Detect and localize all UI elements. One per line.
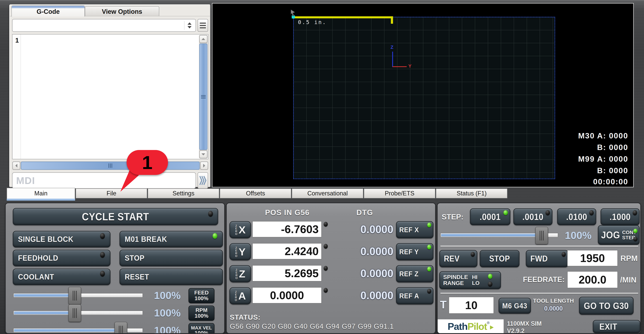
ref-a-button[interactable]: REF A <box>396 287 434 305</box>
exit-label: EXIT <box>600 322 617 332</box>
ref-x-button[interactable]: REF X <box>396 221 434 238</box>
tool-t-label: T <box>440 299 446 311</box>
ref-z-button[interactable]: REF Z <box>396 265 434 282</box>
dtg-a-value: 0.0000 <box>334 289 393 302</box>
step-0010-button[interactable]: .0010 <box>514 208 552 225</box>
tool-number-field[interactable]: 10 <box>449 297 494 314</box>
step-0001-button[interactable]: .0001 <box>470 208 510 225</box>
step-1000-button[interactable]: .1000 <box>600 208 640 225</box>
go-to-g30-label: GO TO G30 <box>584 301 629 311</box>
jog-spindle-panel: STEP: .0001 .0010 .0100 .1000 100% JOG C… <box>437 203 641 334</box>
tab-probe-ets[interactable]: Probe/ETS <box>364 189 435 198</box>
gcode-menu-button[interactable] <box>198 19 208 32</box>
jog-cont-step-button[interactable]: JOG CONT STEP <box>598 225 640 245</box>
single-block-button[interactable]: SINGLE BLOCK <box>13 231 110 247</box>
combo-spinner-up-icon[interactable] <box>188 22 192 25</box>
tool-length-label: TOOL LENGTH <box>532 298 575 304</box>
spindle-lo-label: LO <box>472 280 480 286</box>
tab-file-label: File <box>106 190 116 197</box>
pathpilot-screen: { "colors": { "accent_blue": "#7da1d8", … <box>0 0 644 334</box>
spindle-range-button[interactable]: SPINDLE RANGE HI LO <box>439 271 501 289</box>
spindle-range-labels: SPINDLE RANGE <box>443 274 468 286</box>
dro-y-field[interactable]: 2.4240 <box>252 243 322 259</box>
dro-z-field[interactable]: 5.2695 <box>252 265 322 281</box>
rpm-100-button[interactable]: RPM 100% <box>188 306 214 321</box>
maxvel-override-thumb[interactable] <box>114 322 127 334</box>
gcode-editor[interactable]: 1 <box>12 34 208 159</box>
coolant-button[interactable]: COOLANT <box>13 269 110 285</box>
spindle-stop-button[interactable]: STOP <box>480 250 520 267</box>
tab-status-f1[interactable]: Status (F1) <box>436 189 507 198</box>
zero-x-word: ZERO <box>235 224 238 235</box>
vscroll-down-button[interactable] <box>199 151 207 158</box>
mdi-input[interactable]: MDI <box>12 172 196 189</box>
hscroll-right-button[interactable] <box>200 162 208 170</box>
spindle-fwd-button[interactable]: FWD <box>526 250 568 267</box>
feedrate-field[interactable]: 200.0 <box>567 271 618 288</box>
hscroll-right-icon <box>203 164 205 168</box>
hscroll-left-button[interactable] <box>12 162 20 170</box>
go-to-g30-button[interactable]: GO TO G30 <box>579 297 634 315</box>
spindle-rev-button[interactable]: REV <box>439 250 477 267</box>
dro-y-value: 2.4240 <box>285 245 319 258</box>
ref-x-led <box>427 223 431 227</box>
combo-divider <box>184 21 184 30</box>
zero-z-letter: Z <box>239 268 246 280</box>
feed-override-thumb[interactable] <box>68 287 81 305</box>
feedhold-button[interactable]: FEEDHOLD <box>13 250 110 266</box>
zero-y-button[interactable]: ZERO Y <box>230 243 251 260</box>
zero-x-letter: X <box>239 224 246 236</box>
feed-100-button[interactable]: FEED 100% <box>188 288 214 303</box>
rpm-field[interactable]: 1950 <box>567 250 618 266</box>
editor-hscrollbar[interactable] <box>12 161 208 170</box>
spindle-range-line2: RANGE <box>443 280 464 286</box>
maxvel-override-percent: 100% <box>149 325 186 334</box>
divider-1 <box>440 246 638 247</box>
maxvel-override-fill <box>14 329 121 332</box>
step-0100-button[interactable]: .0100 <box>557 208 596 225</box>
tab-settings[interactable]: Settings <box>148 189 219 198</box>
tab-view-options[interactable]: View Options <box>85 6 159 17</box>
reset-button[interactable]: RESET <box>120 269 223 285</box>
coolant-led <box>100 271 105 277</box>
zero-x-button[interactable]: ZERO X <box>230 221 251 238</box>
mouse-cursor-icon <box>290 9 296 17</box>
tab-probe-ets-label: Probe/ETS <box>385 190 414 197</box>
combo-spinner-down-icon[interactable] <box>188 26 192 28</box>
ref-y-button[interactable]: REF Y <box>396 243 434 260</box>
editor-vscrollbar[interactable] <box>199 35 208 159</box>
tab-gcode[interactable]: G-Code <box>12 5 85 17</box>
m6-g43-button[interactable]: M6 G43 <box>498 298 531 314</box>
zero-z-button[interactable]: ZERO Z <box>230 265 251 282</box>
zero-z-word: ZERO <box>235 268 238 279</box>
zero-a-letter: A <box>238 290 246 302</box>
maxvel-100-button[interactable]: MAX VEL 100% <box>188 323 214 334</box>
m6-g43-label: M6 G43 <box>502 302 527 310</box>
tab-conversational[interactable]: Conversational <box>292 189 363 198</box>
dro-x-value: -6.7603 <box>281 223 319 236</box>
hscroll-thumb[interactable] <box>21 162 200 170</box>
jog-override-thumb[interactable] <box>535 227 548 244</box>
vscroll-up-button[interactable] <box>199 35 207 43</box>
gcode-file-combobox[interactable] <box>12 19 196 32</box>
machine-control-panel: CYCLE START SINGLE BLOCK M01 BREAK FEEDH… <box>5 203 225 334</box>
feed-override-fill <box>14 294 70 297</box>
spindle-hi-led <box>488 274 492 279</box>
cycle-start-button[interactable]: CYCLE START <box>13 208 218 225</box>
mdi-send-button[interactable] <box>198 172 208 189</box>
vscroll-thumb[interactable] <box>199 43 207 150</box>
tab-main[interactable]: Main <box>7 188 75 199</box>
toolpath-display[interactable]: 0.5 in. Z Y M30 A: 0000 B: 0000 M99 A: 0… <box>212 3 634 187</box>
tab-offsets[interactable]: Offsets <box>220 189 291 198</box>
dro-x-field[interactable]: -6.7603 <box>252 221 322 237</box>
jog-cont-led <box>634 229 638 233</box>
zero-y-word: ZERO <box>235 246 238 257</box>
dro-a-field[interactable]: 0.0000 <box>252 287 322 303</box>
rpm-override-thumb[interactable] <box>68 305 81 322</box>
zero-a-button[interactable]: ZERO A <box>230 287 251 305</box>
rpm-override-fill <box>14 312 70 314</box>
m01-break-button[interactable]: M01 BREAK <box>120 231 223 247</box>
exit-button[interactable]: EXIT <box>593 320 640 333</box>
pathpilot-logo: Path Pilot ® <box>438 319 504 333</box>
stop-button[interactable]: STOP <box>120 250 223 266</box>
